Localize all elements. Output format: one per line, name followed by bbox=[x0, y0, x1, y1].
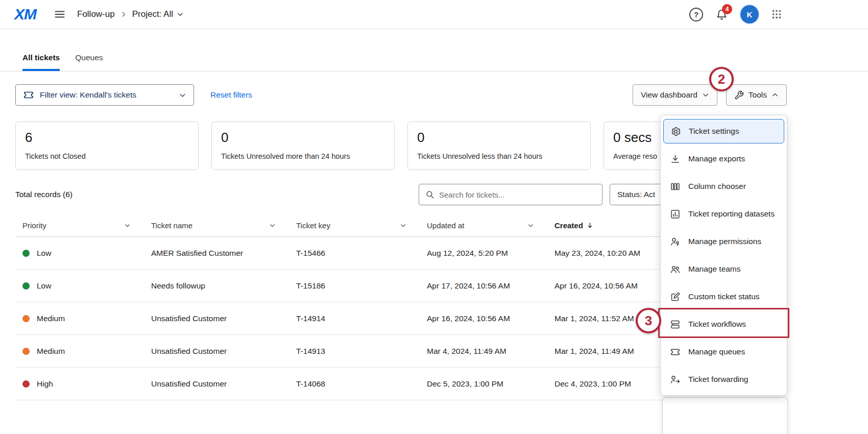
tab-queues[interactable]: Queues bbox=[75, 53, 103, 71]
menu-item-ticket-reporting-datasets[interactable]: Ticket reporting datasets bbox=[661, 200, 787, 228]
chevron-down-icon[interactable] bbox=[400, 222, 406, 229]
breadcrumb-section[interactable]: Follow-up bbox=[77, 9, 115, 19]
notifications-button[interactable]: 4 bbox=[715, 8, 728, 21]
view-dashboard-button[interactable]: View dashboard bbox=[633, 84, 717, 106]
chevron-down-icon[interactable] bbox=[124, 222, 131, 229]
tabs-bar: All tickets Queues bbox=[0, 29, 868, 71]
stat-label: Tickets not Closed bbox=[25, 152, 189, 160]
menu-item-ticket-settings[interactable]: Ticket settings bbox=[663, 119, 784, 143]
workflow-icon bbox=[669, 319, 681, 330]
avatar[interactable]: K bbox=[740, 5, 759, 23]
chevron-right-icon bbox=[120, 11, 127, 18]
column-header-priority[interactable]: Priority bbox=[22, 221, 151, 230]
menu-item-manage-permissions[interactable]: Manage permissions bbox=[661, 228, 787, 255]
filter-bar: Filter view: Kendall's tickets Reset fil… bbox=[15, 84, 787, 106]
tools-button[interactable]: Tools bbox=[726, 84, 787, 106]
columns-icon bbox=[669, 181, 681, 192]
filter-view-dropdown[interactable]: Filter view: Kendall's tickets bbox=[15, 84, 194, 106]
stat-value: 6 bbox=[25, 130, 189, 146]
annotation-step-3: 3 bbox=[636, 308, 661, 333]
menu-item-custom-ticket-status[interactable]: Custom ticket status bbox=[661, 283, 787, 310]
search-icon bbox=[425, 190, 435, 199]
xm-logo[interactable]: XM bbox=[14, 6, 36, 23]
hamburger-menu-icon[interactable] bbox=[54, 8, 66, 20]
menu-item-ticket-workflows[interactable]: Ticket workflows bbox=[661, 310, 787, 338]
menu-item-manage-teams[interactable]: Manage teams bbox=[661, 255, 787, 283]
pencil-square-icon bbox=[669, 292, 681, 302]
help-icon[interactable]: ? bbox=[689, 8, 703, 21]
person-key-icon bbox=[669, 236, 681, 247]
bar-chart-icon bbox=[669, 209, 681, 220]
status-filter-label: Status: Act bbox=[617, 190, 655, 199]
reset-filters-link[interactable]: Reset filters bbox=[210, 90, 252, 100]
app-grid-icon[interactable] bbox=[771, 9, 782, 20]
total-records-label: Total records (6) bbox=[15, 190, 73, 199]
search-input[interactable] bbox=[439, 190, 596, 199]
priority-dot bbox=[22, 315, 30, 322]
download-icon bbox=[669, 154, 681, 164]
chevron-down-icon bbox=[179, 91, 186, 99]
ticket-icon bbox=[23, 89, 34, 101]
menu-item-manage-exports[interactable]: Manage exports bbox=[661, 145, 787, 173]
notification-badge: 4 bbox=[722, 4, 732, 14]
column-header-ticket-key[interactable]: Ticket key bbox=[296, 221, 427, 230]
breadcrumb: Follow-up Project: All bbox=[77, 9, 184, 19]
stat-label: Tickets Unresolved less than 24 hours bbox=[417, 152, 581, 160]
wrench-icon bbox=[734, 90, 744, 100]
view-dashboard-label: View dashboard bbox=[641, 90, 697, 100]
ticket-search bbox=[419, 184, 602, 205]
people-icon bbox=[669, 264, 681, 275]
breadcrumb-project-selector[interactable]: Project: All bbox=[132, 9, 184, 19]
topbar: XM Follow-up Project: All ? 4 bbox=[0, 0, 868, 29]
topbar-actions: ? 4 K bbox=[689, 5, 782, 23]
person-arrow-icon bbox=[669, 374, 681, 385]
menu-item-manage-queues[interactable]: Manage queues bbox=[661, 338, 787, 366]
ticket-icon bbox=[669, 347, 681, 357]
sort-descending-icon bbox=[586, 222, 594, 229]
stat-card-tickets-not-closed: 6 Tickets not Closed bbox=[15, 122, 199, 170]
chevron-down-icon bbox=[177, 11, 184, 18]
chevron-down-icon[interactable] bbox=[269, 222, 276, 229]
stat-card-unresolved-more-24h: 0 Tickets Unresolved more than 24 hours bbox=[211, 122, 395, 170]
gear-icon bbox=[669, 126, 682, 137]
chevron-down-icon[interactable] bbox=[527, 222, 534, 229]
column-header-updated-at[interactable]: Updated at bbox=[427, 221, 554, 230]
priority-dot bbox=[22, 282, 30, 290]
column-header-ticket-name[interactable]: Ticket name bbox=[151, 221, 296, 230]
stat-value: 0 bbox=[221, 130, 385, 146]
breadcrumb-project-label: Project: All bbox=[132, 9, 173, 19]
stat-label: Tickets Unresolved more than 24 hours bbox=[221, 152, 385, 160]
partial-element-below-menu bbox=[662, 397, 788, 434]
chevron-down-icon bbox=[702, 91, 709, 99]
tab-all-tickets[interactable]: All tickets bbox=[22, 53, 60, 71]
page: XM Follow-up Project: All ? 4 bbox=[0, 0, 868, 434]
filter-bar-actions: View dashboard Tools bbox=[633, 84, 787, 106]
priority-dot bbox=[22, 250, 30, 257]
menu-item-column-chooser[interactable]: Column chooser bbox=[661, 173, 787, 200]
priority-dot bbox=[22, 380, 30, 388]
stat-card-unresolved-less-24h: 0 Tickets Unresolved less than 24 hours bbox=[407, 122, 591, 170]
filter-view-label: Filter view: Kendall's tickets bbox=[40, 90, 136, 100]
priority-dot bbox=[22, 348, 30, 355]
tools-dropdown-menu: Ticket settings Manage exports Column ch… bbox=[660, 115, 787, 396]
annotation-step-2: 2 bbox=[709, 67, 734, 91]
tools-label: Tools bbox=[749, 90, 767, 100]
chevron-up-icon bbox=[771, 91, 779, 99]
stat-value: 0 bbox=[417, 130, 581, 146]
menu-item-ticket-forwarding[interactable]: Ticket forwarding bbox=[661, 366, 787, 393]
